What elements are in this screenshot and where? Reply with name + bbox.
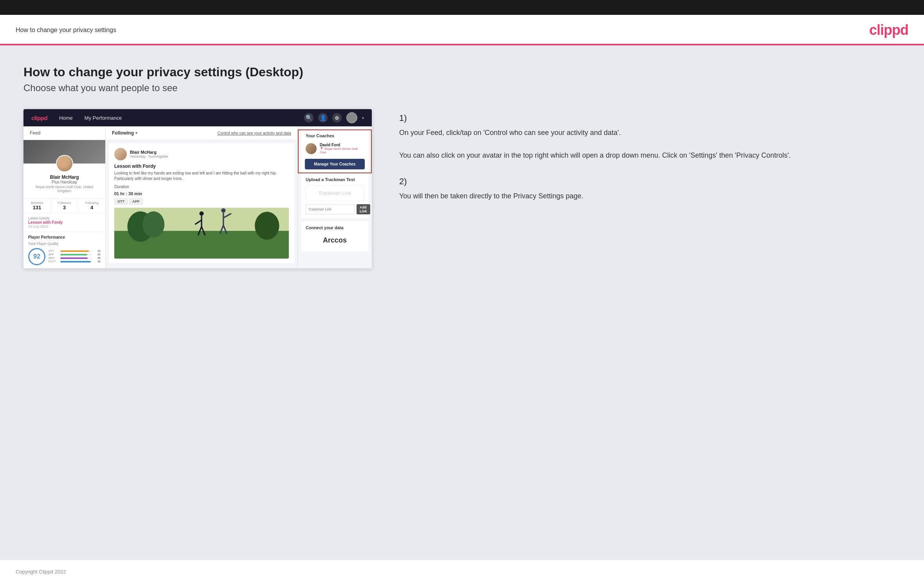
following-button[interactable]: Following ▾ bbox=[112, 130, 137, 136]
profile-handicap: Plus Handicap bbox=[28, 180, 101, 184]
top-bar bbox=[0, 0, 924, 15]
instruction-1: 1) On your Feed, click/tap on 'Control w… bbox=[399, 113, 901, 161]
following-value: 4 bbox=[79, 205, 104, 210]
coach-item: David Ford 📍 Royal North Devon Golf Club bbox=[301, 140, 369, 156]
bar-track bbox=[60, 261, 92, 262]
post-title: Lesson with Fordy bbox=[114, 164, 289, 169]
arccos-brand: Arccos bbox=[306, 233, 364, 248]
site-header: How to change your privacy settings clip… bbox=[0, 15, 924, 45]
quality-bars: OTT90APP85ARG86PUTT96 bbox=[49, 250, 101, 264]
bar-fill bbox=[60, 261, 91, 262]
svg-point-10 bbox=[221, 208, 225, 212]
connect-title: Connect your data bbox=[306, 225, 364, 230]
quality-bar-row: APP85 bbox=[49, 253, 101, 256]
site-footer: Copyright Clippd 2022 bbox=[0, 560, 924, 577]
instruction-2: 2) You will then be taken directly to th… bbox=[399, 176, 901, 202]
duration-val: 01 hr : 30 min bbox=[114, 191, 142, 196]
manage-coaches-button[interactable]: Manage Your Coaches bbox=[305, 159, 365, 169]
bar-track bbox=[60, 257, 92, 259]
followers-value: 3 bbox=[52, 205, 77, 210]
following-label: Following bbox=[79, 201, 104, 205]
plus-circle-icon[interactable]: ⊕ bbox=[332, 113, 342, 122]
location-icon: 📍 bbox=[320, 147, 324, 151]
latest-activity-label: Latest Activity bbox=[28, 216, 101, 220]
profile-name: Blair McHarg bbox=[28, 174, 101, 180]
profile-club: Royal North Devon Golf Club, United King… bbox=[28, 185, 101, 193]
app-right-panel: Your Coaches David Ford 📍 Royal North De… bbox=[297, 126, 372, 268]
user-avatar[interactable] bbox=[346, 112, 357, 123]
app-sidebar: Feed Blair McHarg Plus Handicap bbox=[23, 126, 106, 268]
feed-tab[interactable]: Feed bbox=[23, 126, 105, 140]
app-logo: clippd bbox=[31, 115, 47, 121]
bar-fill bbox=[60, 250, 89, 252]
control-privacy-link[interactable]: Control who can see your activity and da… bbox=[218, 131, 291, 135]
nav-my-performance[interactable]: My Performance bbox=[85, 115, 122, 121]
bar-fill bbox=[60, 257, 88, 259]
coaches-title: Your Coaches bbox=[301, 129, 369, 140]
trackman-title: Upload a Trackman Test bbox=[306, 177, 364, 182]
latest-activity-date: 03 Aug 2022 bbox=[28, 225, 101, 228]
person-icon[interactable]: 👤 bbox=[318, 113, 328, 122]
coach-club: 📍 Royal North Devon Golf Club bbox=[320, 147, 364, 154]
screenshot-mock: clippd Home My Performance 🔍 👤 ⊕ ▾ Feed bbox=[23, 109, 372, 268]
trackman-input-field[interactable] bbox=[306, 204, 355, 214]
bar-value: 96 bbox=[94, 260, 101, 263]
bar-value: 85 bbox=[94, 253, 101, 256]
post-author-info: Blair McHarg Yesterday · Sunningdale bbox=[130, 150, 168, 158]
coaches-card: Your Coaches David Ford 📍 Royal North De… bbox=[301, 129, 369, 173]
avatar-chevron-icon[interactable]: ▾ bbox=[362, 116, 364, 120]
post-author-meta: Yesterday · Sunningdale bbox=[130, 155, 168, 158]
bar-value: 90 bbox=[94, 250, 101, 252]
profile-avatar-wrap bbox=[23, 155, 105, 172]
stat-activities: Activities 131 bbox=[23, 199, 51, 213]
feed-post-header: Blair McHarg Yesterday · Sunningdale bbox=[114, 148, 289, 160]
player-performance: Player Performance Total Player Quality … bbox=[23, 232, 105, 268]
quality-circle: 92 bbox=[28, 248, 45, 265]
feed-post-image bbox=[114, 208, 289, 259]
bar-track bbox=[60, 254, 92, 255]
profile-avatar bbox=[56, 155, 73, 172]
activities-label: Activities bbox=[24, 201, 50, 205]
profile-info: Blair McHarg Plus Handicap Royal North D… bbox=[23, 172, 105, 196]
add-link-button[interactable]: Add Link bbox=[357, 204, 370, 214]
search-icon[interactable]: 🔍 bbox=[304, 113, 313, 122]
app-body: Feed Blair McHarg Plus Handicap bbox=[23, 126, 372, 268]
logo: clippd bbox=[869, 22, 908, 38]
breadcrumb-title: How to change your privacy settings bbox=[16, 27, 116, 34]
tag-app: APP bbox=[129, 198, 143, 205]
bar-label: OTT bbox=[49, 250, 59, 252]
instruction-1-number: 1) bbox=[399, 113, 901, 123]
post-description: Looking to feel like my hands are exitin… bbox=[114, 171, 289, 182]
quality-row: 92 OTT90APP85ARG86PUTT96 bbox=[28, 248, 101, 265]
app-feed: Following ▾ Control who can see your act… bbox=[106, 126, 297, 268]
stat-following: Following 4 bbox=[78, 199, 105, 213]
bar-label: APP bbox=[49, 253, 59, 256]
trackman-card: Upload a Trackman Test Trackman Link Add… bbox=[301, 173, 369, 218]
content-layout: clippd Home My Performance 🔍 👤 ⊕ ▾ Feed bbox=[23, 109, 901, 268]
quality-bar-row: OTT90 bbox=[49, 250, 101, 252]
svg-point-5 bbox=[199, 211, 204, 216]
nav-home[interactable]: Home bbox=[59, 115, 73, 121]
trackman-link-display: Trackman Link bbox=[306, 185, 364, 201]
page-title: How to change your privacy settings (Des… bbox=[23, 65, 901, 79]
page-subtitle: Choose what you want people to see bbox=[23, 83, 901, 93]
duration-label: Duration bbox=[114, 185, 289, 189]
feed-post: Blair McHarg Yesterday · Sunningdale Les… bbox=[109, 143, 294, 263]
coach-club-name: Royal North Devon Golf Club bbox=[320, 147, 358, 154]
post-author-name: Blair McHarg bbox=[130, 150, 168, 155]
coach-name: David Ford bbox=[320, 143, 364, 147]
bar-label: ARG bbox=[49, 257, 59, 259]
post-author-avatar bbox=[114, 148, 127, 160]
latest-activity-name[interactable]: Lesson with Fordy bbox=[28, 220, 101, 225]
svg-point-3 bbox=[142, 211, 164, 237]
app-navbar: clippd Home My Performance 🔍 👤 ⊕ ▾ bbox=[23, 109, 372, 126]
stat-followers: Followers 3 bbox=[51, 199, 78, 213]
footer-copyright: Copyright Clippd 2022 bbox=[16, 569, 66, 575]
duration-text: Duration bbox=[114, 185, 129, 189]
nav-icons: 🔍 👤 ⊕ ▾ bbox=[304, 112, 364, 123]
connect-card: Connect your data Arccos bbox=[301, 221, 369, 252]
player-perf-title: Player Performance bbox=[28, 235, 101, 239]
instruction-1-text: On your Feed, click/tap on 'Control who … bbox=[399, 127, 901, 161]
following-label: Following bbox=[112, 130, 134, 136]
instruction-2-number: 2) bbox=[399, 176, 901, 187]
